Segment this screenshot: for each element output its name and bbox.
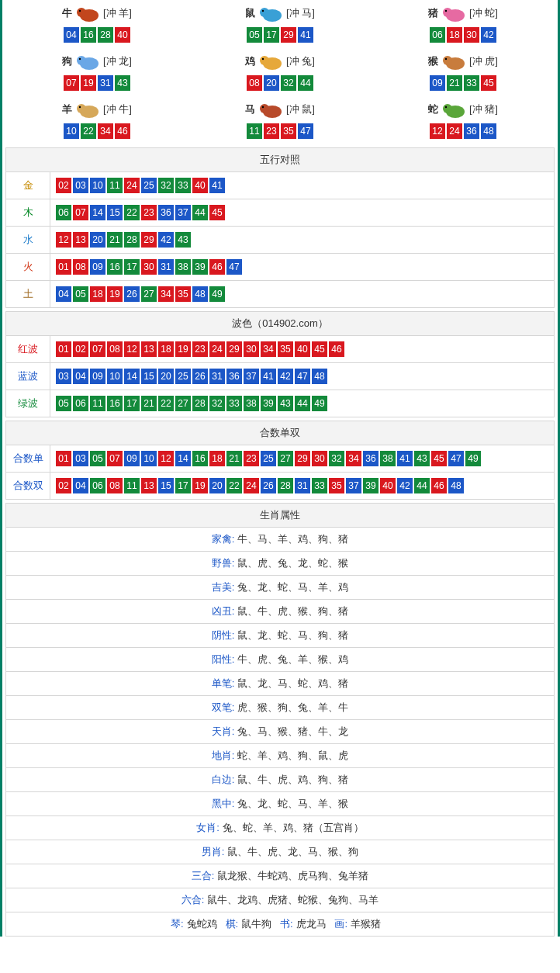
number-chip: 41	[261, 369, 276, 384]
number-chip: 49	[209, 286, 225, 302]
attr-row: 双笔:虎、猴、狗、兔、羊、牛	[6, 696, 555, 720]
number-chip: 48	[448, 478, 464, 493]
number-chip: 15	[158, 478, 174, 493]
number-chip: 16	[107, 259, 123, 275]
number-chip: 27	[141, 286, 157, 302]
monkey-icon	[440, 53, 468, 71]
number-chip: 36	[158, 205, 174, 220]
number-chip: 32	[209, 396, 225, 411]
zodiac-item: 猪[冲 蛇]06183042	[372, 0, 555, 48]
attr-row: 吉美:兔、龙、蛇、马、羊、鸡	[6, 576, 555, 600]
number-chip: 07	[64, 75, 79, 91]
number-chip: 46	[209, 259, 225, 275]
number-chip: 06	[73, 396, 88, 411]
attr-label: 画:	[334, 918, 347, 930]
number-chip: 47	[448, 451, 464, 466]
number-chip: 02	[73, 341, 88, 357]
number-chip: 35	[329, 478, 344, 493]
row-numbers: 02031011242532334041	[50, 172, 555, 199]
number-chip: 35	[278, 341, 293, 357]
number-chip: 33	[175, 178, 191, 193]
number-chip: 01	[56, 341, 71, 357]
row-numbers: 1213202128294243	[50, 227, 555, 254]
number-chip: 29	[295, 451, 310, 466]
attr-label: 吉美:	[212, 581, 235, 593]
number-chip: 03	[73, 451, 88, 466]
number-chip: 34	[346, 451, 361, 466]
attr-header: 生肖属性	[6, 504, 555, 528]
number-chip: 22	[158, 396, 174, 411]
number-chip: 20	[209, 478, 225, 493]
number-chip: 24	[209, 341, 225, 357]
number-chip: 07	[73, 205, 88, 220]
number-chip: 34	[261, 341, 276, 357]
number-chip: 34	[98, 123, 113, 139]
number-chip: 11	[124, 478, 140, 493]
attr-label: 单笔:	[212, 677, 235, 689]
row-numbers: 0102070812131819232429303435404546	[50, 336, 555, 363]
number-chip: 20	[264, 75, 279, 91]
number-chip: 21	[226, 451, 242, 466]
number-chip: 30	[244, 341, 259, 357]
number-chip: 01	[56, 451, 71, 466]
zodiac-clash: [冲 牛]	[103, 103, 132, 115]
number-chip: 19	[175, 341, 191, 357]
attr-label: 女肖:	[196, 822, 220, 833]
number-chip: 02	[56, 478, 71, 493]
number-chip: 43	[175, 232, 191, 248]
number-chip: 09	[90, 369, 105, 384]
number-chip: 10	[141, 451, 157, 466]
number-chip: 37	[346, 478, 361, 493]
attr-row: 家禽:牛、马、羊、鸡、狗、猪	[6, 528, 555, 552]
zodiac-clash: [冲 龙]	[103, 55, 132, 67]
number-chip: 16	[192, 451, 208, 466]
number-chip: 14	[175, 451, 191, 466]
zodiac-name: 狗	[62, 55, 72, 67]
table-row: 水1213202128294243	[6, 227, 555, 254]
zodiac-clash: [冲 猪]	[469, 103, 498, 115]
number-chip: 12	[430, 123, 445, 139]
attr-label: 天肖:	[212, 725, 235, 737]
number-chip: 26	[192, 369, 208, 384]
zodiac-name: 马	[245, 103, 255, 115]
number-chip: 39	[261, 396, 276, 411]
zodiac-item: 牛[冲 羊]04162840	[5, 0, 188, 48]
table-row: 红波0102070812131819232429303435404546	[6, 336, 555, 363]
number-chip: 06	[90, 478, 105, 493]
zodiac-name: 蛇	[428, 103, 438, 115]
row-label: 红波	[6, 336, 50, 363]
number-chip: 27	[175, 396, 191, 411]
number-chip: 29	[281, 27, 296, 43]
number-chip: 49	[465, 451, 481, 466]
attr-text: 牛、虎、兔、羊、猴、鸡	[237, 653, 348, 665]
row-numbers: 0108091617303138394647	[50, 254, 555, 281]
number-chip: 41	[397, 451, 413, 466]
number-chip: 42	[481, 27, 496, 43]
attr-label: 书:	[280, 918, 293, 930]
svg-point-19	[77, 104, 86, 113]
zodiac-name: 鼠	[245, 7, 255, 19]
zodiac-name: 羊	[62, 103, 72, 115]
wave-header: 波色（014902.com）	[6, 312, 555, 336]
attr-label: 地肖:	[212, 750, 235, 761]
number-chip: 47	[295, 369, 310, 384]
number-chip: 37	[175, 205, 191, 220]
heshu-header: 合数单双	[6, 421, 555, 445]
number-chip: 28	[278, 478, 293, 493]
zodiac-item: 狗[冲 龙]07193143	[5, 48, 188, 96]
number-chip: 38	[175, 259, 191, 275]
row-label: 土	[6, 281, 50, 308]
wuxing-table: 五行对照 金02031011242532334041木0607141522233…	[5, 147, 555, 308]
number-chip: 40	[295, 341, 310, 357]
number-chip: 42	[158, 232, 174, 248]
number-chip: 05	[90, 451, 105, 466]
number-chip: 20	[158, 369, 174, 384]
table-row: 绿波05061116172122272832333839434449	[6, 390, 555, 417]
attr-label: 三合:	[192, 870, 215, 881]
number-chip: 48	[312, 369, 327, 384]
number-chip: 03	[73, 178, 88, 193]
number-chip: 14	[124, 369, 140, 384]
number-chip: 01	[56, 259, 71, 275]
attr-text: 兔、龙、蛇、马、羊、猴	[237, 798, 348, 809]
zodiac-item: 蛇[冲 猪]12243648	[372, 96, 555, 144]
